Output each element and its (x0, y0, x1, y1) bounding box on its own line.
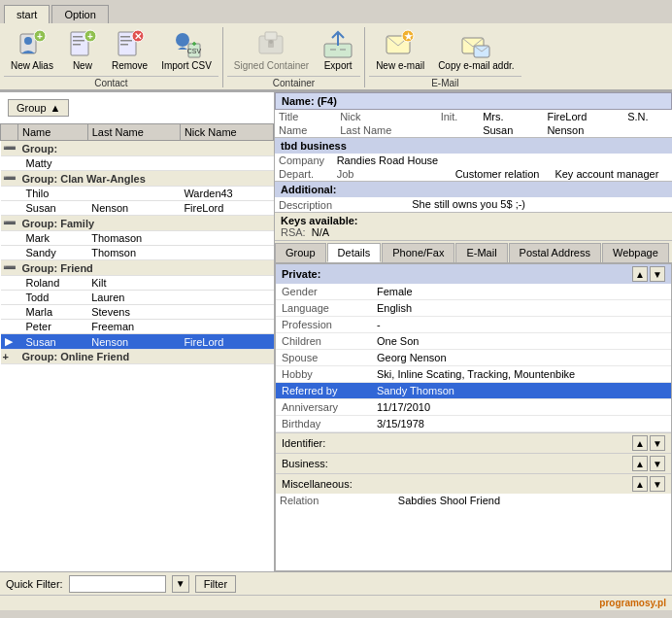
svg-rect-20 (265, 32, 277, 40)
private-section[interactable]: Private: ▲ ▼ Gender Female Language Engl… (275, 263, 672, 571)
container-group-label: Container (227, 76, 360, 89)
export-button[interactable]: Export (316, 25, 360, 74)
remove-button[interactable]: ✕ Remove (105, 25, 154, 74)
table-row[interactable]: ➖ Group: (1, 141, 274, 156)
col-nickname: Nick Name (180, 124, 273, 141)
table-row[interactable]: Mark Thomason (1, 231, 274, 246)
table-row[interactable]: Susan Nenson FireLord (1, 201, 274, 216)
signed-container-icon (255, 28, 286, 59)
filter-dropdown[interactable]: ▼ (172, 575, 189, 593)
private-row: Gender Female (276, 284, 671, 300)
misc-controls: ▲ ▼ (632, 476, 665, 492)
signed-container-button[interactable]: Signed Container (227, 25, 316, 74)
identifier-up-btn[interactable]: ▲ (632, 435, 648, 451)
svg-point-22 (269, 40, 273, 44)
expand-toggle[interactable]: Group: Clan War-Angles (22, 173, 146, 185)
contact-name: Todd (18, 291, 88, 305)
contact-name: Marla (18, 305, 88, 320)
toolbar: + New Alias + (0, 23, 672, 91)
priv-label: Anniversary (276, 399, 373, 415)
group-name: Group: Family (18, 216, 274, 231)
empty-arrow (1, 291, 18, 305)
business-table: Company Randies Road House Depart. Job C… (275, 154, 672, 182)
tab-email[interactable]: E-Mail (455, 243, 507, 262)
table-row[interactable]: + Group: Online Friend (1, 350, 274, 364)
business-down-btn[interactable]: ▼ (650, 456, 665, 471)
svg-text:✕: ✕ (134, 31, 142, 42)
private-row: Birthday 3/15/1978 (276, 416, 671, 432)
filter-button[interactable]: Filter (195, 575, 236, 593)
contact-nickname (180, 276, 273, 291)
empty-arrow (1, 156, 18, 171)
group-name: Group: Friend (18, 260, 274, 276)
table-row[interactable]: Roland Kilt (1, 276, 274, 291)
copy-email-button[interactable]: Copy e-mail addr. (431, 25, 521, 74)
private-rows: Gender Female Language English Professio… (276, 284, 671, 432)
nick-label: Nick (336, 110, 436, 123)
table-row[interactable]: ➖ Group: Friend (1, 260, 274, 276)
identifier-section: Identifier: ▲ ▼ (276, 432, 671, 453)
expand-toggle[interactable]: Group: Family (22, 218, 95, 229)
collapse-icon: ➖ (3, 142, 17, 154)
import-csv-button[interactable]: CSV Import CSV (154, 25, 218, 74)
new-label: New (73, 60, 92, 71)
export-label: Export (324, 60, 353, 71)
tab-start[interactable]: start (4, 5, 50, 23)
collapse-icon: ➖ (3, 261, 17, 273)
contact-name: Roland (18, 276, 88, 291)
job-label: Job (333, 167, 452, 182)
sort-icon: ▲ (50, 102, 61, 114)
private-area: Private: ▲ ▼ Gender Female Language Engl… (275, 263, 672, 571)
title-value: Mrs. (479, 110, 543, 123)
branding-text: programosy.pl (599, 598, 666, 608)
table-row[interactable]: Sandy Thomson (1, 246, 274, 260)
misc-label: Miscellaneous: (282, 478, 353, 490)
name-header: Name: (F4) (275, 92, 672, 110)
contact-name: Matty (18, 156, 88, 171)
table-row[interactable]: Todd Lauren (1, 291, 274, 305)
table-row[interactable]: ➖ Group: Clan War-Angles (1, 171, 274, 187)
contact-list[interactable]: Name Last Name Nick Name ➖ Group: Matty (0, 123, 274, 571)
remove-icon: ✕ (115, 28, 146, 59)
svg-rect-11 (120, 36, 130, 38)
sn-value: S.N. (623, 110, 672, 123)
contact-nickname (180, 231, 273, 246)
misc-up-btn[interactable]: ▲ (632, 476, 648, 492)
business-up-btn[interactable]: ▲ (632, 456, 648, 471)
scroll-up-btn[interactable]: ▲ (632, 266, 648, 282)
depart-label: Depart. (275, 167, 333, 182)
tab-postal[interactable]: Postal Address (509, 243, 601, 262)
title-label: Title (275, 110, 336, 123)
col-name: Name (18, 124, 88, 141)
new-alias-button[interactable]: + New Alias (4, 25, 60, 74)
expand-toggle[interactable]: Group: (22, 143, 58, 154)
group-button[interactable]: Group ▲ (8, 99, 69, 117)
contact-lastname (87, 187, 180, 201)
key-value: Key account manager (551, 167, 672, 182)
tab-group[interactable]: Group (275, 243, 326, 262)
new-email-button[interactable]: ★ New e-mail (369, 25, 431, 74)
contact-name: Peter (18, 320, 88, 334)
table-row[interactable]: Matty (1, 156, 274, 171)
copy-email-icon (460, 28, 491, 59)
table-row[interactable]: ▶ Susan Nenson FireLord (1, 334, 274, 350)
arrow-col: ➖ (1, 141, 18, 156)
expand-toggle[interactable]: Group: Online Friend (22, 351, 130, 362)
misc-down-btn[interactable]: ▼ (650, 476, 665, 492)
table-row[interactable]: ➖ Group: Family (1, 216, 274, 231)
table-row[interactable]: Thilo Warden43 (1, 187, 274, 201)
table-row[interactable]: Peter Freeman (1, 320, 274, 334)
private-scroll-controls: ▲ ▼ (632, 266, 665, 282)
scroll-down-btn[interactable]: ▼ (650, 266, 665, 282)
relation-label: Relation (276, 494, 394, 507)
tab-details[interactable]: Details (327, 243, 382, 262)
empty-arrow (1, 201, 18, 216)
new-button[interactable]: + New (60, 25, 105, 74)
identifier-down-btn[interactable]: ▼ (650, 435, 665, 451)
expand-toggle[interactable]: Group: Friend (22, 262, 93, 274)
tab-option[interactable]: Option (51, 5, 108, 23)
filter-input[interactable] (69, 575, 166, 593)
tab-phone-fax[interactable]: Phone/Fax (382, 243, 454, 262)
table-row[interactable]: Marla Stevens (1, 305, 274, 320)
tab-webpage[interactable]: Webpage (602, 243, 669, 262)
